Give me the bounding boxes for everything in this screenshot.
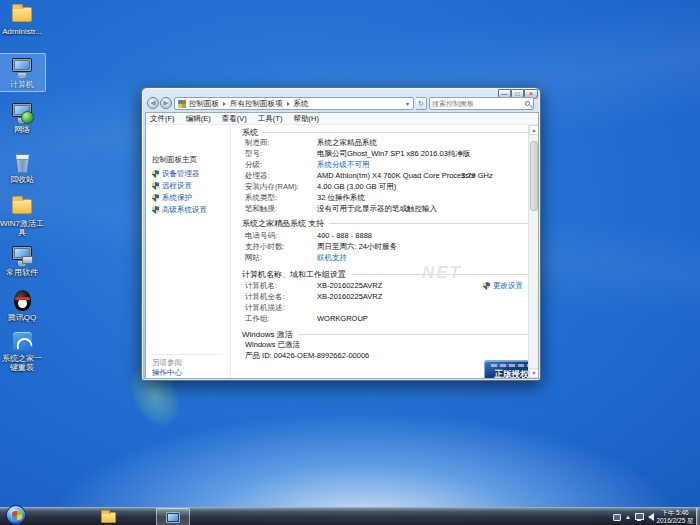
icon-label: 网络 [0, 126, 44, 135]
forward-button[interactable]: ▶ [160, 97, 172, 109]
scroll-up-icon[interactable]: ▲ [529, 125, 539, 135]
scroll-down-icon[interactable]: ▼ [529, 368, 539, 378]
sidebar-item-label: 高级系统设置 [162, 205, 207, 215]
sidebar-item-remote-settings[interactable]: 远程设置 [152, 181, 192, 191]
clock-time: 下午 5:46 [654, 509, 696, 517]
qq-penguin-icon [9, 289, 35, 313]
clock-date: 2016/2/25 星期四 [654, 517, 696, 525]
info-row-processor: 处理器: AMD Athlon(tm) X4 760K Quad Core Pr… [245, 171, 533, 181]
info-row-manufacturer: 制造商: 系统之家精品系统 [245, 138, 533, 148]
icon-label: 系统之家一键重装 [0, 355, 44, 372]
see-also-header: 另请参阅 [152, 354, 222, 368]
search-input[interactable] [432, 98, 520, 109]
icon-label: 常用软件 [0, 269, 44, 278]
network-icon[interactable] [635, 513, 644, 521]
breadcrumb-system[interactable]: 系统 [294, 99, 309, 109]
info-row-model: 型号: 电脑公司Ghost_Win7 SP1 x86 2016.03纯净版 [245, 149, 533, 159]
software-icon [9, 244, 35, 268]
window-client-area: 文件(F) 编辑(E) 查看(V) 工具(T) 帮助(H) 控制面板主页 设备管… [145, 112, 539, 379]
change-settings-link[interactable]: 更改设置 [483, 281, 523, 291]
taskbar: ▲ 下午 5:46 2016/2/25 星期四 [0, 507, 700, 525]
info-row-full-name: 计算机全名: XB-20160225AVRZ [245, 292, 533, 302]
sidebar-item-label: 设备管理器 [162, 169, 200, 179]
uac-shield-icon [152, 182, 159, 190]
sidebar-item-control-panel-home[interactable]: 控制面板主页 [152, 155, 197, 165]
menu-view[interactable]: 查看(V) [222, 113, 247, 125]
info-row-workgroup: 工作组: WORKGROUP [245, 314, 533, 324]
user-folder-icon [9, 3, 35, 27]
info-row-system-type: 系统类型: 32 位操作系统 [245, 193, 533, 203]
icon-label: WIN7激活工具 [0, 220, 44, 237]
back-button[interactable]: ◀ [147, 97, 159, 109]
address-dropdown-icon[interactable]: ▾ [406, 100, 411, 107]
address-bar[interactable]: 控制面板 所有控制面板项 系统 ▾ [174, 97, 414, 110]
desktop-icon-computer[interactable]: 计算机 [0, 56, 44, 90]
breadcrumb-all-items[interactable]: 所有控制面板项 [230, 99, 283, 109]
info-row-description: 计算机描述: [245, 303, 533, 313]
menu-file[interactable]: 文件(F) [150, 113, 175, 125]
icon-label: Administr... [0, 28, 44, 37]
desktop-icon-network[interactable]: 网络 [0, 101, 44, 135]
info-row-memory: 安装内存(RAM): 4.00 GB (3.00 GB 可用) [245, 182, 533, 192]
taskbar-active-window-button[interactable] [156, 508, 190, 525]
menu-help[interactable]: 帮助(H) [294, 113, 319, 125]
info-row-hours: 支持小时数: 周日至周六: 24小时服务 [245, 242, 533, 252]
sidebar-item-system-protection[interactable]: 系统保护 [152, 193, 192, 203]
search-box[interactable] [429, 97, 534, 110]
chevron-right-icon [287, 102, 290, 106]
section-header-computer-name: 计算机名称、域和工作组设置 [242, 269, 532, 280]
system-tray: ▲ [613, 508, 654, 525]
change-settings-label: 更改设置 [493, 281, 523, 291]
menu-edit[interactable]: 编辑(E) [186, 113, 211, 125]
info-row-rating: 分级: 系统分级不可用 [245, 160, 533, 170]
uac-shield-icon [152, 206, 159, 214]
folder-icon [9, 195, 35, 219]
sidebar: 控制面板主页 设备管理器 远程设置 系统保护 高级系统设置 另请参阅 [146, 125, 230, 378]
control-panel-icon [178, 100, 186, 108]
icon-label: 腾讯QQ [0, 314, 44, 323]
system-window-icon [166, 512, 180, 523]
system-properties-window: — □ × ◀ ▶ 控制面板 所有控制面板项 系统 ▾ ↻ 文件(F) 编辑(E… [141, 87, 541, 381]
rating-link[interactable]: 系统分级不可用 [317, 160, 370, 170]
computer-icon [9, 56, 35, 80]
online-support-link[interactable]: 联机支持 [317, 253, 347, 263]
chevron-right-icon [223, 102, 226, 106]
info-row-phone: 电话号码: 400 - 888 - 8888 [245, 231, 533, 241]
taskbar-explorer-button[interactable] [93, 508, 123, 525]
menu-tools[interactable]: 工具(T) [258, 113, 283, 125]
input-language-icon[interactable] [613, 514, 621, 521]
section-header-support: 系统之家精品系统 支持 [242, 218, 532, 229]
activation-status: Windows 已激活 [245, 340, 533, 350]
blue-app-icon [9, 330, 35, 354]
recycle-bin-icon [9, 151, 35, 175]
desktop-icon-qq[interactable]: 腾讯QQ [0, 289, 44, 323]
desktop-icon-administrator[interactable]: Administr... [0, 3, 44, 37]
section-header-system: 系统 [242, 127, 532, 138]
start-button[interactable] [6, 505, 26, 525]
sidebar-item-advanced-settings[interactable]: 高级系统设置 [152, 205, 207, 215]
sidebar-item-device-manager[interactable]: 设备管理器 [152, 169, 200, 179]
windows-logo-icon [12, 511, 22, 521]
show-hidden-icons-icon[interactable]: ▲ [625, 514, 631, 520]
icon-label: 回收站 [0, 176, 44, 185]
desktop-icon-win7-tool[interactable]: WIN7激活工具 [0, 195, 44, 237]
scrollbar-thumb[interactable] [530, 141, 538, 211]
desktop-icon-reinstall-app[interactable]: 系统之家一键重装 [0, 330, 44, 372]
uac-shield-icon [152, 194, 159, 202]
breadcrumb-control-panel[interactable]: 控制面板 [189, 99, 219, 109]
sidebar-item-action-center[interactable]: 操作中心 [152, 368, 182, 378]
taskbar-clock[interactable]: 下午 5:46 2016/2/25 星期四 [654, 509, 696, 525]
desktop: Administr... 计算机 网络 回收站 WIN7激活工具 常用软件 腾讯… [0, 0, 700, 525]
desktop-icon-recycle-bin[interactable]: 回收站 [0, 151, 44, 185]
folder-icon [101, 512, 116, 523]
menu-bar: 文件(F) 编辑(E) 查看(V) 工具(T) 帮助(H) [146, 113, 538, 125]
search-icon [525, 101, 530, 106]
network-icon [9, 101, 35, 125]
vertical-scrollbar[interactable]: ▲ ▼ [528, 125, 538, 378]
refresh-button[interactable]: ↻ [416, 97, 427, 110]
show-desktop-button[interactable] [696, 508, 700, 525]
desktop-icon-common-software[interactable]: 常用软件 [0, 244, 44, 278]
sidebar-item-label: 系统保护 [162, 193, 192, 203]
sidebar-item-label: 远程设置 [162, 181, 192, 191]
info-row-website: 网站: 联机支持 [245, 253, 533, 263]
